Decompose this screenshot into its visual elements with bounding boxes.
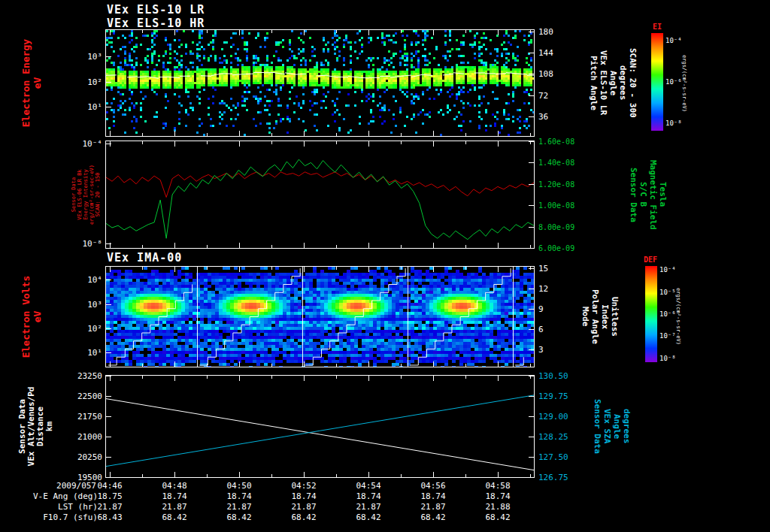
tick-label: 12 — [538, 283, 596, 293]
intensity-magfield-canvas — [106, 141, 534, 248]
time-tick-label: 04:48 — [156, 481, 193, 491]
footer-value: 21.87 — [91, 502, 129, 512]
colorbar1-unit-label: ergs/(cm²-s-sr-eV) — [681, 30, 687, 137]
tick-label: 129.00 — [538, 412, 596, 422]
tick-label: 6 — [538, 324, 596, 334]
panel2-right-axis-label: Sensor Data S/C B Magnetic Field Tesla — [629, 141, 668, 248]
footer-value: 18.75 — [91, 491, 129, 501]
footer-value: 21.87 — [220, 502, 258, 512]
tick-label: 23250 — [42, 371, 102, 381]
footer-value: 21.87 — [156, 502, 193, 512]
tick-label: 1.00e-08 — [538, 201, 596, 210]
footer-value: 21.87 — [350, 502, 387, 512]
colorbar2-unit-label: ergs/(cm²-s-sr-eV) — [675, 263, 681, 370]
footer-value: 18.74 — [414, 491, 452, 501]
panel1-left-axis-label: Electron Energy eV — [20, 30, 43, 136]
tick-label: 10² — [42, 77, 102, 86]
altitude-sza-panel — [105, 375, 535, 478]
tick-label: 20250 — [42, 452, 102, 462]
footer-value: 68.42 — [285, 512, 323, 522]
time-tick-label: 04:56 — [414, 481, 452, 491]
tick-label: 36 — [538, 111, 596, 121]
colorbar2 — [645, 266, 657, 362]
altitude-sza-canvas — [106, 376, 534, 477]
footer-value: 68.42 — [479, 512, 517, 522]
footer-value: 18.74 — [350, 491, 387, 501]
time-tick-label: 04:58 — [479, 481, 517, 491]
footer-value: 18.74 — [156, 491, 193, 501]
tick-label: 108 — [538, 69, 596, 79]
tick-label: 10³ — [42, 299, 102, 309]
colorbar-tick-label: 10⁻⁴ — [659, 266, 676, 274]
tick-label: 1.20e-08 — [538, 180, 596, 188]
footer-value: 18.74 — [479, 491, 517, 501]
footer-value: 68.42 — [350, 512, 387, 522]
panel1-title-line2: VEx ELS-10 HR — [107, 17, 205, 30]
tick-label: 15 — [538, 263, 596, 273]
time-tick-label: 04:52 — [285, 481, 323, 491]
tick-label: 8.00e-09 — [538, 222, 596, 231]
footer-value: 18.74 — [285, 491, 323, 501]
vex-summary-plot-screen: { "colors":{"background":"#000000","axis… — [0, 0, 770, 532]
tick-label: 10⁴ — [42, 274, 102, 284]
tick-label: 6.00e-09 — [538, 244, 596, 252]
footer-value: 21.87 — [285, 502, 323, 512]
colorbar-tick-label: 10⁻⁵ — [659, 289, 676, 296]
time-tick-label: 04:54 — [350, 481, 387, 491]
els-spectrogram-panel — [105, 29, 535, 137]
colorbar-tick-label: 10⁻⁶ — [659, 310, 676, 318]
tick-label: 130.50 — [538, 371, 596, 381]
intensity-magfield-panel — [105, 141, 535, 249]
tick-label: 1.40e-08 — [538, 159, 596, 167]
colorbar-tick-label: 10⁻⁷ — [659, 332, 676, 340]
tick-label: 10² — [42, 323, 102, 333]
ima-spectrogram-canvas — [106, 267, 534, 367]
tick-label: 9 — [538, 304, 596, 313]
tick-label: 21750 — [42, 412, 102, 422]
footer-row-label: LST (hr) — [6, 502, 98, 512]
tick-label: 129.75 — [538, 391, 596, 401]
panel3-title: VEx IMA-00 — [107, 251, 182, 264]
tick-label: 21000 — [42, 432, 102, 442]
footer-value: 21.87 — [414, 502, 452, 512]
footer-value: 21.88 — [479, 502, 517, 512]
tick-label: 127.50 — [538, 452, 596, 462]
colorbar-tick-label: 10⁻⁸ — [659, 355, 676, 362]
panel3-left-axis-label: Electron Volts eV — [20, 267, 43, 367]
footer-value: 68.42 — [414, 512, 452, 522]
colorbar-tick-label: 10⁻⁶ — [665, 78, 682, 86]
colorbar-tick-label: 10⁻⁸ — [665, 119, 682, 127]
colorbar1 — [651, 33, 663, 131]
tick-label: 10³ — [42, 52, 102, 62]
panel1-right-axis-label: Pitch Angle VEx ELS-10 LR Angle degrees … — [589, 30, 638, 136]
tick-label: 10⁻⁴ — [42, 138, 102, 148]
panel2-left-axis-label: Sensor Data VEx ELS-06 LR Bk Energy Inte… — [71, 141, 101, 248]
footer-row-label: F10.7 (sfu) — [6, 512, 98, 522]
footer-value: 68.43 — [91, 512, 129, 522]
tick-label: 10¹ — [42, 348, 102, 358]
tick-label: 3 — [538, 344, 596, 354]
footer-value: 68.42 — [156, 512, 193, 522]
tick-label: 126.75 — [538, 473, 596, 482]
tick-label: 180 — [538, 26, 596, 36]
tick-label: 22500 — [42, 391, 102, 401]
tick-label: 128.25 — [538, 432, 596, 442]
colorbar1-title: EI — [653, 23, 662, 31]
tick-label: 10¹ — [42, 101, 102, 111]
ima-spectrogram-panel — [105, 266, 535, 367]
colorbar-tick-label: 10⁻⁴ — [665, 37, 682, 44]
footer-value: 68.42 — [220, 512, 258, 522]
tick-label: 1.60e-08 — [538, 138, 596, 146]
footer-row-label: V-E Ang (deg) — [6, 491, 98, 501]
tick-label: 10⁻⁸ — [42, 238, 102, 248]
els-spectrogram-canvas — [106, 30, 534, 136]
footer-value: 18.74 — [220, 491, 258, 501]
date-label: 2009/057 — [47, 481, 96, 491]
panel1-title-line1: VEx ELS-10 LR — [107, 3, 205, 17]
time-tick-label: 04:46 — [91, 481, 129, 491]
colorbar2-title: DEF — [644, 255, 657, 264]
panel4-right-axis-label: Sensor Data VEx SZA Angle degrees — [593, 376, 632, 477]
tick-label: 144 — [538, 48, 596, 58]
time-tick-label: 04:50 — [220, 481, 258, 491]
tick-label: 72 — [538, 90, 596, 100]
